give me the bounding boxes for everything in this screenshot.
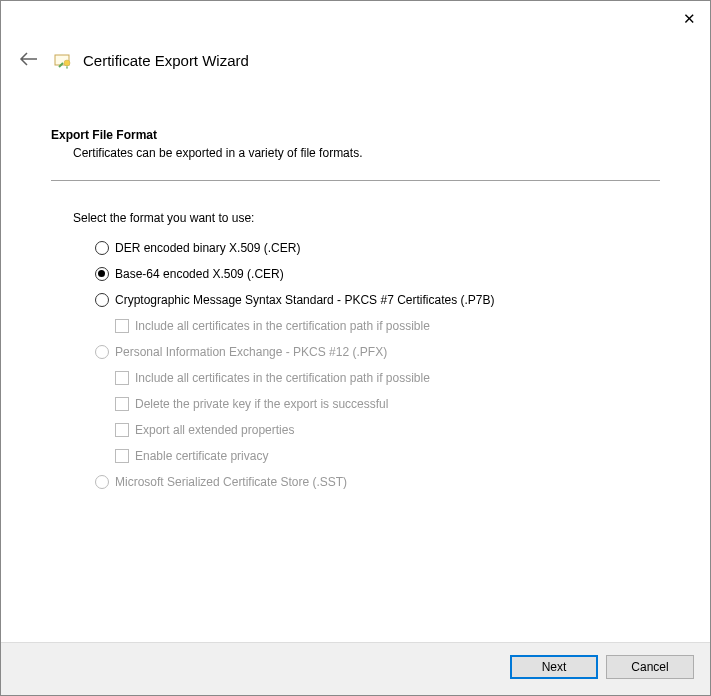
- wizard-content: Export File Format Certificates can be e…: [1, 84, 710, 489]
- pkcs7-suboptions: Include all certificates in the certific…: [115, 319, 660, 333]
- label-pfx-path: Include all certificates in the certific…: [135, 371, 430, 385]
- back-button[interactable]: [19, 49, 39, 72]
- close-button[interactable]: ✕: [683, 11, 696, 26]
- option-base64[interactable]: Base-64 encoded X.509 (.CER): [95, 267, 660, 281]
- checkbox-pfx-delete: [115, 397, 129, 411]
- radio-pfx: [95, 345, 109, 359]
- label-pfx-extended: Export all extended properties: [135, 423, 294, 437]
- certificate-icon: [53, 51, 73, 71]
- wizard-title: Certificate Export Wizard: [83, 52, 249, 69]
- checkbox-pkcs7-path: [115, 319, 129, 333]
- next-button[interactable]: Next: [510, 655, 598, 679]
- pfx-cert-privacy: Enable certificate privacy: [115, 449, 660, 463]
- option-der[interactable]: DER encoded binary X.509 (.CER): [95, 241, 660, 255]
- pfx-delete-key: Delete the private key if the export is …: [115, 397, 660, 411]
- radio-base64[interactable]: [95, 267, 109, 281]
- pfx-include-path: Include all certificates in the certific…: [115, 371, 660, 385]
- radio-der[interactable]: [95, 241, 109, 255]
- radio-sst: [95, 475, 109, 489]
- wizard-header: Certificate Export Wizard: [1, 1, 710, 84]
- divider: [51, 180, 660, 181]
- wizard-footer: Next Cancel: [1, 642, 710, 695]
- checkbox-pfx-privacy: [115, 449, 129, 463]
- option-sst: Microsoft Serialized Certificate Store (…: [95, 475, 660, 489]
- pfx-export-extended: Export all extended properties: [115, 423, 660, 437]
- pfx-suboptions: Include all certificates in the certific…: [115, 371, 660, 463]
- option-pfx: Personal Information Exchange - PKCS #12…: [95, 345, 660, 359]
- section-description: Certificates can be exported in a variet…: [73, 146, 660, 160]
- label-pkcs7: Cryptographic Message Syntax Standard - …: [115, 293, 495, 307]
- option-pkcs7[interactable]: Cryptographic Message Syntax Standard - …: [95, 293, 660, 307]
- radio-pkcs7[interactable]: [95, 293, 109, 307]
- back-arrow-icon: [19, 51, 39, 67]
- label-sst: Microsoft Serialized Certificate Store (…: [115, 475, 347, 489]
- cancel-button[interactable]: Cancel: [606, 655, 694, 679]
- section-heading: Export File Format: [51, 128, 660, 142]
- format-options: DER encoded binary X.509 (.CER) Base-64 …: [95, 241, 660, 489]
- label-der: DER encoded binary X.509 (.CER): [115, 241, 300, 255]
- pkcs7-include-path: Include all certificates in the certific…: [115, 319, 660, 333]
- checkbox-pfx-extended: [115, 423, 129, 437]
- format-instruction: Select the format you want to use:: [73, 211, 660, 225]
- label-pfx-delete: Delete the private key if the export is …: [135, 397, 388, 411]
- label-pfx-privacy: Enable certificate privacy: [135, 449, 268, 463]
- label-pkcs7-path: Include all certificates in the certific…: [135, 319, 430, 333]
- checkbox-pfx-path: [115, 371, 129, 385]
- label-pfx: Personal Information Exchange - PKCS #12…: [115, 345, 387, 359]
- label-base64: Base-64 encoded X.509 (.CER): [115, 267, 284, 281]
